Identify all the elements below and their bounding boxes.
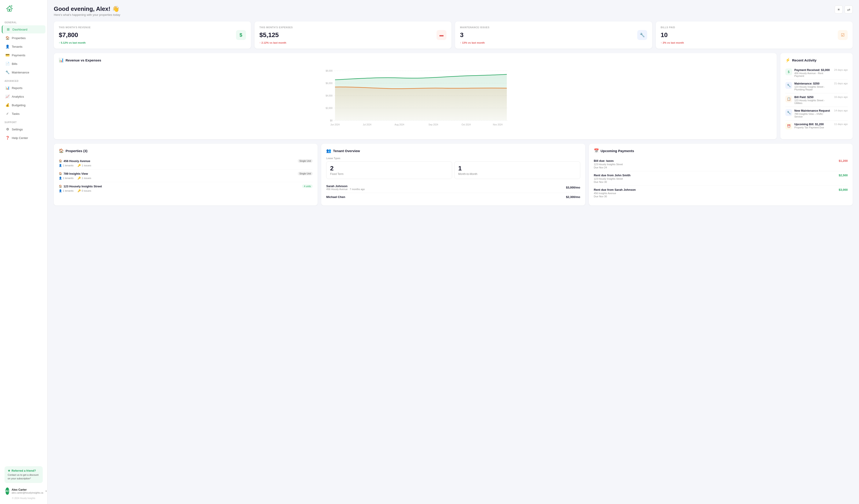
tenant-name: Sarah Johnson	[326, 184, 365, 188]
payment-item: Bill due: taxes $1,200 123 Hously Insigh…	[594, 157, 848, 171]
greeting-subtitle: Here's what's happening with your proper…	[54, 13, 120, 16]
payments-icon: 💳	[5, 53, 10, 57]
key-icon: 🔑	[77, 177, 81, 180]
payment-address: 456 Insights Avenue	[594, 192, 848, 195]
upcoming-payments-header: 📅 Upcoming Payments	[594, 148, 848, 153]
sidebar-item-maintenance[interactable]: 🔧 Maintenance	[2, 68, 45, 76]
svg-text:Aug 2024: Aug 2024	[395, 123, 404, 126]
property-tenants: 👤 1 tenants	[59, 177, 74, 180]
sidebar-item-reports[interactable]: 📊 Reports	[2, 84, 45, 92]
maintenance-icon: 🔧	[5, 70, 10, 74]
tenant-overview-title: Tenant Overview	[333, 149, 360, 153]
activity-item: 🔧 New Maintenance Request 789 Insights V…	[785, 107, 848, 121]
sidebar-item-bills[interactable]: 📄 Bills	[2, 60, 45, 68]
stat-maintenance-change: ↑ 13% vs last month	[460, 41, 647, 44]
activity-newmaint-icon: 🔧	[785, 109, 792, 116]
property-meta: 👤 1 tenants 🔑 1 issues	[59, 164, 313, 167]
theme-toggle-button[interactable]: ☀	[834, 5, 843, 14]
stat-bills-value: 10	[661, 31, 668, 39]
user-row[interactable]: AC Alex Carter alex.carter@houslyinsight…	[3, 485, 45, 497]
activity-title: Recent Activity	[792, 58, 816, 62]
property-item: 🏠 789 Insights View Single Unit 👤 1 tena…	[59, 169, 313, 182]
property-tenants: 👤 1 tenants	[59, 164, 74, 167]
sidebar-item-label: Maintenance	[12, 71, 29, 74]
stat-bills-change: ↑ 2% vs last month	[661, 41, 848, 44]
revenue-icon-circle: $	[236, 30, 246, 40]
referral-title: ★ Referred a friend?	[8, 469, 40, 472]
activity-payment-content: Payment Received: $3,000 456 Hously Aven…	[794, 68, 832, 77]
activity-payment-sub: 456 Hously Avenue - Rent Payment	[794, 72, 832, 77]
budgeting-icon: 💰	[5, 103, 10, 107]
property-badge: 4 units	[302, 184, 313, 188]
stat-bills: BILLS PAID 10 ☑ ↑ 2% vs last month	[656, 21, 853, 49]
svg-text:Jun 2024: Jun 2024	[330, 123, 340, 126]
sidebar-item-tenants[interactable]: 👤 Tenants	[2, 43, 45, 51]
activity-bill-icon: 📋	[785, 96, 792, 102]
stat-expenses: THIS MONTH'S EXPENSES $5,125 ▬ ↑ 2.12% v…	[255, 21, 452, 49]
sidebar-item-analytics[interactable]: 📈 Analytics	[2, 92, 45, 101]
sidebar: GENERAL ⊞ Dashboard 🏠 Properties 👤 Tenan…	[0, 0, 47, 504]
wrench-icon: 🔧	[640, 33, 645, 37]
person-icon: 👤	[59, 164, 62, 167]
activity-upcoming-icon: ⏰	[785, 123, 792, 129]
sidebar-item-label: Help Center	[12, 136, 28, 140]
sidebar-item-budgeting[interactable]: 💰 Budgeting	[2, 101, 45, 109]
logo	[0, 0, 47, 18]
sidebar-item-help[interactable]: ❓ Help Center	[2, 134, 45, 142]
activity-item: 📋 Bill Paid: $250 123 Hously Insights St…	[785, 93, 848, 107]
settings-icon: ⚙	[5, 127, 10, 131]
stat-expenses-label: THIS MONTH'S EXPENSES	[259, 26, 447, 29]
activity-payment-title: Payment Received: $3,000	[794, 68, 832, 72]
month-to-month-card: 1 Month-to-Month	[454, 162, 580, 179]
tenant-overview-header: 👥 Tenant Overview	[326, 148, 580, 153]
activity-bill-title: Bill Paid: $250	[794, 96, 832, 99]
referral-box[interactable]: ★ Referred a friend? Contact us to get a…	[4, 466, 43, 483]
property-badge: Single Unit	[298, 159, 313, 163]
activity-newmaint-time: 14 days ago	[834, 109, 848, 112]
sidebar-item-settings[interactable]: ⚙ Settings	[2, 125, 45, 133]
home-icon: 🏠	[59, 172, 62, 175]
tenant-name: Michael Chen	[326, 195, 345, 199]
svg-text:Jul 2024: Jul 2024	[363, 123, 372, 126]
bills-icon-circle: ☑	[838, 30, 848, 40]
property-issues: 🔑 0 issues	[77, 189, 91, 192]
person-icon: 👤	[59, 177, 62, 180]
analytics-icon: 📈	[5, 94, 10, 98]
sidebar-item-tasks[interactable]: ✓ Tasks	[2, 110, 45, 118]
chart-svg-container: $8,000 $6,000 $4,000 $2,000 $0	[59, 66, 772, 135]
share-button[interactable]: ⇄	[845, 5, 853, 14]
section-support: SUPPORT	[0, 118, 47, 125]
activity-maint-content: Maintenance: $350 123 Hously Insights St…	[794, 82, 832, 91]
sidebar-item-dashboard[interactable]: ⊞ Dashboard	[2, 25, 45, 33]
copyright: © 2024 Hously Insights	[3, 497, 45, 501]
payment-due: Due Nov 30	[594, 195, 848, 198]
middle-row: 📊 Revenue vs Expenses $8,000 $6,000 $4,0…	[54, 53, 853, 139]
payment-due: Due Nov 30	[594, 181, 848, 183]
sidebar-item-label: Properties	[12, 36, 26, 40]
activity-upcoming-time: 11 days ago	[834, 123, 848, 125]
payment-address: 123 Hously Insights Street	[594, 178, 848, 180]
svg-text:$8,000: $8,000	[326, 70, 333, 72]
payment-amount: $2,500	[839, 173, 848, 177]
activity-payment-time: 24 days ago	[834, 68, 848, 71]
bills-icon: 📄	[5, 62, 10, 66]
svg-text:$2,000: $2,000	[326, 107, 333, 109]
month-to-month-type: Month-to-Month	[458, 172, 576, 175]
payment-name: Rent due from John Smith	[594, 173, 631, 177]
svg-text:$0: $0	[330, 119, 333, 122]
property-issues: 🔑 1 issues	[77, 177, 91, 180]
maintenance-icon-circle: 🔧	[637, 30, 647, 40]
property-badge: Single Unit	[298, 172, 313, 175]
stat-expenses-change: ↑ 2.12% vs last month	[259, 41, 447, 44]
activity-upcoming-title: Upcoming Bill: $1,200	[794, 123, 832, 126]
activity-maint-sub: 123 Hously Insights Street - Plumbing Re…	[794, 86, 832, 91]
greeting-title: Good evening, Alex! 👋	[54, 5, 120, 12]
payment-amount: $1,200	[839, 159, 848, 163]
sidebar-item-properties[interactable]: 🏠 Properties	[2, 34, 45, 42]
bottom-row: 🏠 Properties (3) 🏠 456 Hously Avenue Sin…	[54, 144, 853, 205]
sidebar-item-payments[interactable]: 💳 Payments	[2, 51, 45, 59]
chevron-down-icon: ▾	[45, 490, 47, 493]
help-icon: ❓	[5, 136, 10, 140]
sidebar-item-label: Budgeting	[12, 104, 26, 107]
sidebar-item-label: Analytics	[12, 95, 24, 98]
